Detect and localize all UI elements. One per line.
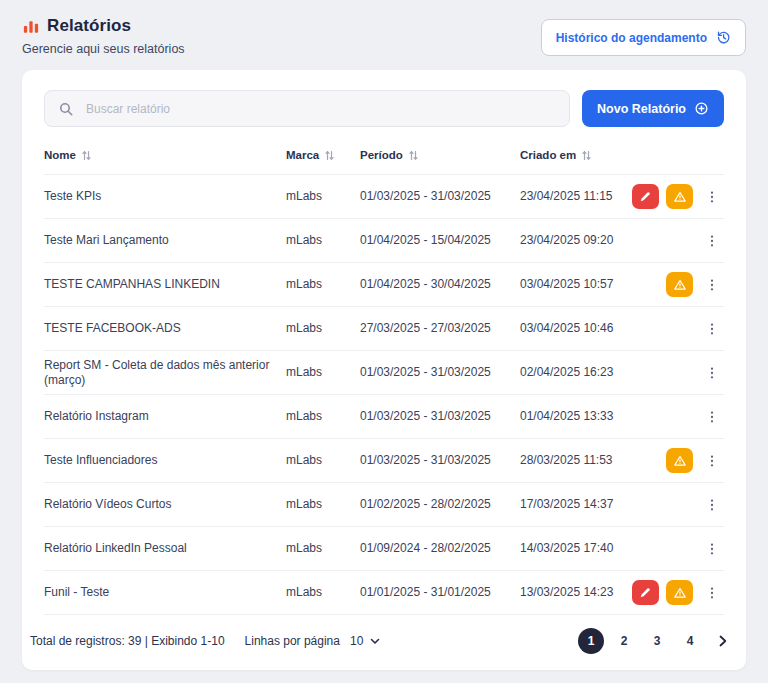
bar-chart-icon	[22, 17, 40, 35]
kebab-icon	[704, 233, 720, 249]
rows-per-page: Linhas por página 10	[245, 634, 381, 648]
kebab-menu-button[interactable]	[700, 492, 724, 518]
table-row: Teste Influenciadores mLabs 01/03/2025 -…	[44, 439, 724, 483]
row-badges	[632, 184, 693, 209]
row-actions	[624, 184, 724, 210]
row-badges	[666, 272, 693, 297]
column-header-periodo[interactable]: Período	[360, 149, 520, 161]
total-records-text: Total de registros: 39 | Exibindo 1-10	[30, 634, 225, 648]
kebab-menu-button[interactable]	[700, 448, 724, 474]
row-actions	[624, 316, 724, 342]
kebab-icon	[704, 321, 720, 337]
warning-badge-icon[interactable]	[666, 272, 693, 297]
row-actions	[624, 492, 724, 518]
row-actions	[624, 448, 724, 474]
table-row: TESTE FACEBOOK-ADS mLabs 27/03/2025 - 27…	[44, 307, 724, 351]
warning-badge-icon[interactable]	[666, 448, 693, 473]
table-row: Teste KPIs mLabs 01/03/2025 - 31/03/2025…	[44, 175, 724, 219]
kebab-icon	[704, 541, 720, 557]
table-header: Nome Marca Período	[44, 141, 724, 175]
row-brand: mLabs	[286, 189, 360, 204]
page-header-text: Relatórios Gerencie aqui seus relatórios	[22, 16, 185, 56]
row-brand: mLabs	[286, 409, 360, 424]
row-period: 01/04/2025 - 30/04/2025	[360, 277, 520, 292]
table-row: Report SM - Coleta de dados mês anterior…	[44, 351, 724, 395]
row-period: 01/03/2025 - 31/03/2025	[360, 409, 520, 424]
sort-icon	[325, 150, 334, 161]
kebab-icon	[704, 409, 720, 425]
row-actions	[624, 404, 724, 430]
row-name: TESTE CAMPANHAS LINKEDIN	[44, 277, 286, 292]
column-header-criado-em[interactable]: Criado em	[520, 149, 624, 161]
row-created: 03/04/2025 10:46	[520, 321, 624, 336]
warning-badge-icon[interactable]	[666, 580, 693, 605]
kebab-menu-button[interactable]	[700, 536, 724, 562]
row-brand: mLabs	[286, 277, 360, 292]
row-actions	[624, 228, 724, 254]
page-button-1[interactable]: 1	[578, 628, 604, 654]
row-badges	[632, 580, 693, 605]
page-button-2[interactable]: 2	[611, 628, 637, 654]
row-created: 23/04/2025 11:15	[520, 189, 624, 204]
history-button-label: Histórico do agendamento	[556, 31, 707, 45]
pen-badge-icon[interactable]	[632, 580, 659, 605]
chevron-right-icon	[719, 635, 727, 647]
page-next-button[interactable]	[710, 628, 736, 654]
column-label: Período	[360, 149, 403, 161]
history-button[interactable]: Histórico do agendamento	[541, 19, 746, 56]
kebab-icon	[704, 453, 720, 469]
rows-per-page-select[interactable]: 10	[350, 634, 380, 648]
warning-badge-icon[interactable]	[666, 184, 693, 209]
kebab-menu-button[interactable]	[700, 316, 724, 342]
row-name: TESTE FACEBOOK-ADS	[44, 321, 286, 336]
column-header-nome[interactable]: Nome	[44, 149, 286, 161]
row-brand: mLabs	[286, 365, 360, 380]
column-label: Marca	[286, 149, 319, 161]
sort-icon	[409, 150, 418, 161]
row-period: 01/03/2025 - 31/03/2025	[360, 453, 520, 468]
row-name: Funil - Teste	[44, 585, 286, 600]
table-row: Teste Mari Lançamento mLabs 01/04/2025 -…	[44, 219, 724, 263]
footer-left: Total de registros: 39 | Exibindo 1-10 L…	[30, 634, 380, 648]
table-row: Relatório Vídeos Curtos mLabs 01/02/2025…	[44, 483, 724, 527]
kebab-menu-button[interactable]	[700, 580, 724, 606]
history-icon	[716, 30, 731, 45]
search-input[interactable]	[84, 101, 556, 117]
row-created: 01/04/2025 13:33	[520, 409, 624, 424]
pagination: 1234	[578, 628, 736, 654]
kebab-menu-button[interactable]	[700, 228, 724, 254]
kebab-icon	[704, 585, 720, 601]
new-report-button[interactable]: Novo Relatório	[582, 90, 724, 127]
page-button-3[interactable]: 3	[644, 628, 670, 654]
row-created: 13/03/2025 14:23	[520, 585, 624, 600]
kebab-icon	[704, 189, 720, 205]
row-actions	[624, 580, 724, 606]
row-actions	[624, 536, 724, 562]
reports-card: Novo Relatório Nome Marca	[22, 70, 746, 670]
row-created: 02/04/2025 16:23	[520, 365, 624, 380]
row-badges	[666, 448, 693, 473]
kebab-menu-button[interactable]	[700, 184, 724, 210]
row-period: 01/02/2025 - 28/02/2025	[360, 497, 520, 512]
kebab-menu-button[interactable]	[700, 404, 724, 430]
row-name: Relatório Vídeos Curtos	[44, 497, 286, 512]
page-button-4[interactable]: 4	[677, 628, 703, 654]
column-header-marca[interactable]: Marca	[286, 149, 360, 161]
pen-badge-icon[interactable]	[632, 184, 659, 209]
plus-circle-icon	[694, 101, 709, 116]
row-name: Teste KPIs	[44, 189, 286, 204]
search-icon	[58, 101, 74, 117]
row-actions	[624, 272, 724, 298]
card-footer: Total de registros: 39 | Exibindo 1-10 L…	[22, 615, 746, 666]
column-label: Nome	[44, 149, 76, 161]
row-actions	[624, 360, 724, 386]
kebab-menu-button[interactable]	[700, 272, 724, 298]
row-name: Relatório Instagram	[44, 409, 286, 424]
rows-per-page-label: Linhas por página	[245, 634, 340, 648]
sort-icon	[82, 150, 91, 161]
row-period: 01/03/2025 - 31/03/2025	[360, 365, 520, 380]
kebab-menu-button[interactable]	[700, 360, 724, 386]
row-period: 01/04/2025 - 15/04/2025	[360, 233, 520, 248]
new-report-label: Novo Relatório	[597, 102, 686, 116]
search-box	[44, 90, 570, 127]
